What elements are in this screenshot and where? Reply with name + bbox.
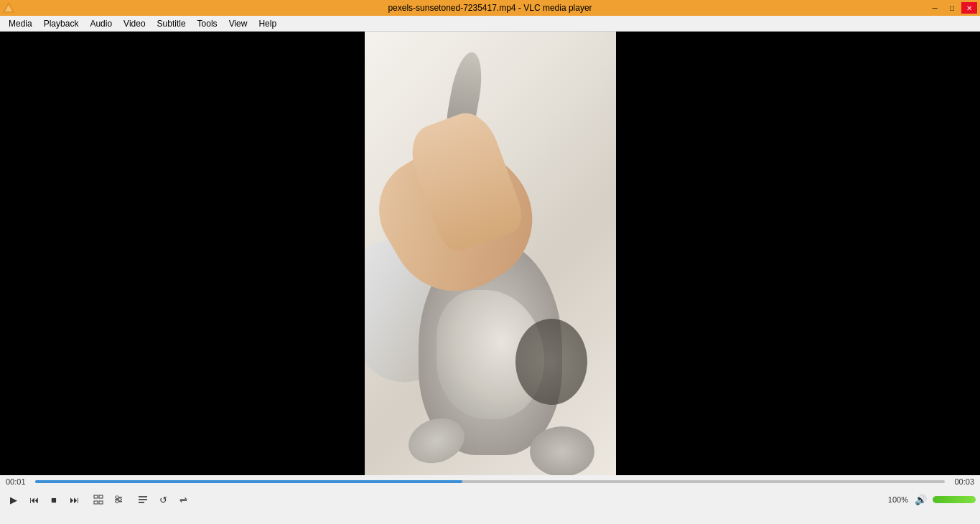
- menu-item-playback[interactable]: Playback: [38, 17, 85, 30]
- window-title: pexels-sunsetoned-7235417.mp4 - VLC medi…: [388, 3, 592, 13]
- playlist-icon: [138, 495, 148, 505]
- fullscreen-icon: [93, 495, 103, 505]
- svg-rect-5: [99, 501, 103, 504]
- extended-settings-button[interactable]: [109, 490, 128, 509]
- video-content: [365, 32, 616, 475]
- playlist-button[interactable]: [134, 490, 152, 509]
- volume-percentage: 100%: [888, 495, 908, 504]
- svg-rect-4: [94, 501, 98, 504]
- fullscreen-button[interactable]: [89, 490, 108, 509]
- video-area[interactable]: [0, 32, 980, 475]
- svg-point-11: [116, 500, 118, 503]
- svg-point-10: [118, 498, 121, 501]
- transport-controls: ▶ ⏮ ■ ⏭: [0, 488, 980, 511]
- time-elapsed: 00:01: [6, 477, 31, 486]
- volume-bar[interactable]: [933, 496, 976, 503]
- next-button[interactable]: ⏭: [65, 490, 83, 509]
- random-button[interactable]: ⇌: [174, 490, 192, 509]
- svg-point-9: [116, 496, 118, 499]
- svg-rect-3: [99, 495, 103, 498]
- minimize-button[interactable]: ─: [927, 2, 943, 14]
- menu-item-view[interactable]: View: [223, 17, 253, 30]
- extended-settings-icon: [113, 495, 123, 505]
- close-button[interactable]: ✕: [961, 2, 977, 14]
- loop-button[interactable]: ↺: [154, 490, 172, 509]
- menu-item-video[interactable]: Video: [118, 17, 151, 30]
- window-controls: ─ □ ✕: [927, 2, 977, 14]
- menu-item-media[interactable]: Media: [3, 17, 38, 30]
- maximize-button[interactable]: □: [944, 2, 960, 14]
- controls-area: 00:01 00:03 ▶ ⏮ ■ ⏭: [0, 475, 980, 524]
- video-frame: [365, 32, 616, 475]
- vlc-logo-icon: [3, 2, 14, 14]
- time-total: 00:03: [949, 477, 974, 486]
- menu-bar: Media Playback Audio Video Subtitle Tool…: [0, 16, 980, 32]
- progress-bar[interactable]: [35, 480, 945, 483]
- progress-bar-fill: [35, 480, 462, 483]
- play-button[interactable]: ▶: [4, 490, 23, 509]
- volume-area: 100% 🔊: [888, 490, 976, 509]
- menu-item-help[interactable]: Help: [253, 17, 282, 30]
- menu-item-subtitle[interactable]: Subtitle: [151, 17, 192, 30]
- menu-item-tools[interactable]: Tools: [192, 17, 223, 30]
- previous-button[interactable]: ⏮: [24, 490, 43, 509]
- menu-item-audio[interactable]: Audio: [84, 17, 118, 30]
- svg-rect-12: [139, 496, 147, 497]
- svg-rect-13: [139, 499, 147, 500]
- volume-button[interactable]: 🔊: [911, 490, 930, 509]
- progress-area: 00:01 00:03: [0, 475, 980, 488]
- stop-button[interactable]: ■: [45, 490, 63, 509]
- volume-bar-fill: [933, 496, 976, 503]
- rabbit-paw-right: [530, 426, 594, 475]
- svg-rect-2: [94, 495, 98, 498]
- title-bar: pexels-sunsetoned-7235417.mp4 - VLC medi…: [0, 0, 980, 16]
- title-bar-left: [3, 2, 17, 14]
- dark-fur-patch: [515, 319, 587, 405]
- svg-rect-14: [139, 502, 144, 503]
